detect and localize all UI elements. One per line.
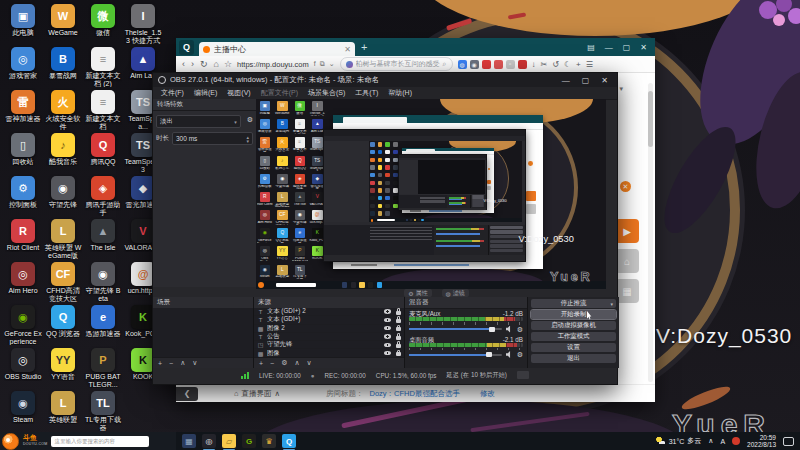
desktop-icon-32[interactable]: ◎OBS Studio (4, 348, 42, 381)
extension-icon-3[interactable] (494, 60, 503, 69)
ime-indicator[interactable]: A (720, 438, 725, 445)
douyu-logo-icon[interactable] (2, 433, 19, 450)
minimize-button[interactable]: — (562, 76, 570, 85)
desktop-icon-6[interactable]: ≡新建文本文档 (2) (84, 47, 122, 87)
tray-expand-caret[interactable]: ∧ (708, 437, 713, 445)
promo-close-icon[interactable]: ✕ (620, 181, 631, 192)
add-scene-button[interactable]: + (158, 360, 162, 367)
desktop-icon-14[interactable]: Q腾讯QQ (84, 133, 122, 166)
settings-button[interactable]: 设置 (531, 343, 616, 352)
visibility-eye-icon[interactable] (384, 334, 391, 339)
desktop-icon-36[interactable]: ◉Steam (4, 391, 42, 424)
obs-menu-1[interactable]: 编辑(E) (194, 88, 217, 98)
taskbar-clock[interactable]: 20:59 2022/8/13 (747, 434, 776, 448)
desktop-icon-10[interactable]: ≡新建文本文档 (84, 90, 122, 130)
taskbar-icon-geforce-experience[interactable]: G (242, 434, 256, 448)
start-virtual-camera-button[interactable]: 启动虚拟摄像机 (531, 321, 616, 330)
volume-slider-handle[interactable] (489, 327, 495, 332)
notification-center-icon[interactable] (783, 437, 794, 446)
browser-window-control-0[interactable]: ▤ (587, 43, 595, 52)
extension-icon-5[interactable] (518, 60, 527, 69)
lock-icon[interactable] (396, 344, 401, 348)
obs-menu-0[interactable]: 文件(F) (161, 88, 184, 98)
desktop-icon-33[interactable]: YYYY语音 (44, 348, 82, 381)
exit-button[interactable]: 退出 (531, 354, 616, 363)
room-title-edit-link[interactable]: 修改 (480, 389, 495, 399)
taskbar-icon-gold-app[interactable]: ♛ (262, 434, 276, 448)
extension-icon-0[interactable]: ◍ (458, 60, 467, 69)
desktop-icon-28[interactable]: ◉GeForce Experience (4, 305, 42, 345)
lock-icon[interactable] (396, 319, 401, 323)
desktop-icon-22[interactable]: ▲The Isle (84, 219, 122, 252)
taskbar-icon-folder[interactable]: ▱ (222, 434, 236, 448)
download-icon[interactable]: ↓ (532, 60, 536, 69)
live-tool-button[interactable]: ▶ (615, 219, 639, 243)
lock-icon[interactable] (396, 327, 401, 331)
obs-menu-3[interactable]: 配置文件(P) (261, 88, 298, 98)
desktop-icon-38[interactable]: TLTL专用下载器 (84, 391, 122, 431)
extension-icon-1[interactable]: ◉ (470, 60, 479, 69)
desktop-icon-29[interactable]: QQQ 浏览器 (44, 305, 82, 338)
volume-slider[interactable] (409, 354, 502, 356)
visibility-eye-icon[interactable] (384, 343, 391, 348)
bookmark-star-icon[interactable]: ☆ (224, 59, 232, 69)
desktop-icon-34[interactable]: PPUBG BATTLEGR... (84, 348, 122, 388)
desktop-icon-18[interactable]: ◈腾讯手游助手 (84, 176, 122, 216)
desktop-icon-8[interactable]: 雷雷神加速器 (4, 90, 42, 123)
new-tab-button[interactable]: + (361, 41, 367, 53)
desktop-icon-3[interactable]: ITheIsle_1.53 快捷方式 (124, 4, 162, 44)
desktop-icon-24[interactable]: ◎Aim Hero (4, 262, 42, 295)
maximize-button[interactable]: ▢ (582, 76, 590, 85)
browser-window-control-1[interactable]: — (605, 43, 613, 52)
scenes-list[interactable] (153, 308, 253, 358)
share-icon-1[interactable]: ⧉ (320, 60, 325, 68)
taskbar-icon-qq-browser[interactable]: Q (282, 434, 296, 448)
source-properties-button[interactable]: ⚙ (281, 359, 287, 367)
scene-up-button[interactable]: ∧ (180, 359, 185, 367)
tray-red-icon[interactable] (732, 437, 740, 445)
weather-widget[interactable]: 31°C 多云 (656, 436, 702, 446)
search-magnifier-icon[interactable]: ⌕ (443, 60, 447, 68)
desktop-icon-20[interactable]: RRiot Client (4, 219, 42, 252)
desktop-icon-2[interactable]: 微微信 (84, 4, 122, 37)
desktop-icon-30[interactable]: e迅游加速器 (84, 305, 122, 338)
browser-window-control-3[interactable]: ✕ (640, 43, 647, 52)
screenshot-icon[interactable]: ✂ (541, 60, 548, 69)
douyu-search-input[interactable]: 这里输入你要搜索的内容 (51, 436, 149, 447)
desktop-icon-12[interactable]: ▯回收站 (4, 133, 42, 166)
night-mode-icon[interactable]: ☾ (564, 60, 571, 69)
tab-close-icon[interactable]: ✕ (344, 45, 351, 54)
taskbar-icon-wallpaper-thumbnail[interactable]: ▦ (182, 434, 196, 448)
taskbar-icon-obs-studio[interactable]: ◎ (202, 434, 216, 448)
desktop-icon-5[interactable]: B暴雪战网 (44, 47, 82, 80)
speaker-icon[interactable] (506, 351, 513, 358)
desktop-icon-26[interactable]: ◉守望先锋 Beta (84, 262, 122, 302)
desktop-icon-16[interactable]: ⚙控制面板 (4, 176, 42, 209)
studio-mode-button[interactable]: 工作室模式 (531, 332, 616, 341)
remove-scene-button[interactable]: − (169, 360, 173, 367)
desktop-icon-21[interactable]: L英雄联盟 WeGame版 (44, 219, 82, 259)
history-icon[interactable]: ↺ (552, 60, 559, 69)
lock-icon[interactable] (396, 352, 401, 356)
scrollbar-thumb[interactable] (648, 91, 653, 147)
desktop-icon-25[interactable]: CFCFHD高清竞技大区 (44, 262, 82, 302)
visibility-eye-icon[interactable] (384, 309, 391, 314)
desktop-icon-13[interactable]: ♪酷我音乐 (44, 133, 82, 166)
desktop-icon-37[interactable]: L英雄联盟 (44, 391, 82, 424)
source-up-button[interactable]: ∧ (294, 359, 299, 367)
volume-slider[interactable] (409, 328, 502, 330)
hot-search-box[interactable]: 柏树与墓碑市长互问的感受 ⌕ (340, 57, 453, 71)
add-source-button[interactable]: + (259, 360, 263, 367)
channel-gear-icon[interactable]: ⚙ (517, 351, 523, 358)
properties-button[interactable]: ⚙属性 (404, 289, 431, 297)
desktop-icon-9[interactable]: 火火绒安全软件 (44, 90, 82, 130)
start-recording-button[interactable]: 开始录制 (531, 310, 616, 319)
home-icon[interactable]: ⌂ (214, 59, 219, 69)
obs-preview-canvas[interactable]: ▣此电脑WWeGame微微信ITheIsle_1.53 快捷方式◎游戏管家B暴雪… (256, 99, 606, 289)
collapse-panel-button[interactable]: ❮ (176, 387, 198, 401)
spinner-arrows-icon[interactable]: ▴▾ (246, 135, 249, 143)
obs-menu-2[interactable]: 视图(V) (227, 88, 250, 98)
remove-source-button[interactable]: − (270, 360, 274, 367)
desktop-icon-0[interactable]: ▣此电脑 (4, 4, 42, 37)
tab-douyu-creator-center[interactable]: 主播中心 ✕ (199, 42, 355, 56)
